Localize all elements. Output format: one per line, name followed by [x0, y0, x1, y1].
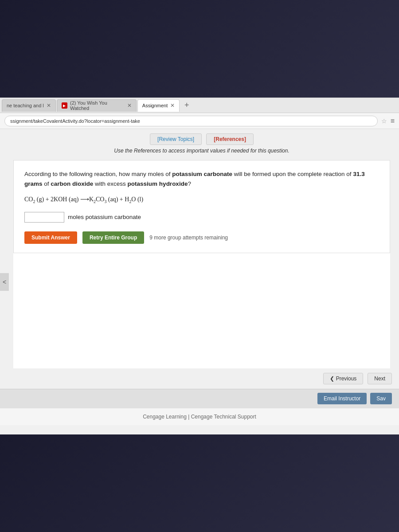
retry-group-button[interactable]: Retry Entire Group: [82, 231, 144, 244]
chemical-equation: CO2 (g) + 2KOH (aq) ⟶K2CO3 (aq) + H2O (l…: [24, 196, 379, 204]
save-button[interactable]: Sav: [370, 393, 392, 404]
review-topics-button[interactable]: [Review Topics]: [150, 133, 202, 145]
menu-icon[interactable]: ≡: [391, 117, 395, 125]
tab-youtube[interactable]: ▶ (2) You Wish You Watched ✕: [57, 99, 137, 112]
instructions-text: Use the References to access important v…: [13, 148, 390, 154]
references-button[interactable]: [References]: [206, 133, 254, 145]
answer-label: moles potassium carbonate: [68, 214, 141, 220]
new-tab-button[interactable]: +: [180, 99, 193, 112]
browser-window: ne teaching and l ✕ ▶ (2) You Wish You W…: [0, 98, 399, 434]
desktop-background-bottom: [0, 434, 399, 532]
sidebar-toggle-button[interactable]: <: [0, 273, 9, 291]
empty-space: [13, 253, 390, 368]
address-input[interactable]: ssignment/takeCovalentActivity.do?locato…: [4, 116, 378, 126]
submit-answer-button[interactable]: Submit Answer: [24, 231, 77, 244]
attempts-remaining-text: 9 more group attempts remaining: [149, 235, 228, 241]
main-content-area: [Review Topics] [References] Use the Ref…: [13, 129, 390, 368]
cengage-footer: Cengage Learning | Cengage Technical Sup…: [0, 408, 399, 425]
toolbar-row: [Review Topics] [References]: [13, 129, 390, 148]
left-arrow-icon: <: [3, 278, 6, 286]
tab-assignment-label: Assignment: [142, 103, 168, 108]
previous-button[interactable]: Previous: [323, 373, 363, 384]
tab-teaching-close[interactable]: ✕: [47, 103, 51, 108]
desktop-background-top: [0, 0, 399, 98]
tab-youtube-close[interactable]: ✕: [127, 103, 132, 108]
tab-assignment[interactable]: Assignment ✕: [137, 99, 180, 112]
answer-input[interactable]: [24, 212, 64, 223]
footer-actions: Email Instructor Sav: [0, 389, 399, 408]
address-text: ssignment/takeCovalentActivity.do?locato…: [10, 118, 140, 124]
browser-content: < [Review Topics] [References] Use the R…: [0, 129, 399, 434]
bookmark-icon[interactable]: ☆: [381, 117, 387, 125]
question-text: According to the following reaction, how…: [24, 169, 379, 188]
tab-teaching[interactable]: ne teaching and l ✕: [2, 99, 56, 112]
tab-youtube-label: (2) You Wish You Watched: [70, 100, 125, 111]
question-card: According to the following reaction, how…: [13, 160, 390, 253]
action-buttons-row: Submit Answer Retry Entire Group 9 more …: [24, 231, 379, 244]
pagination-nav: Previous Next: [0, 368, 399, 389]
tab-teaching-label: ne teaching and l: [7, 103, 44, 108]
browser-tabs: ne teaching and l ✕ ▶ (2) You Wish You W…: [0, 98, 399, 113]
email-instructor-button[interactable]: Email Instructor: [317, 393, 367, 404]
address-bar: ssignment/takeCovalentActivity.do?locato…: [0, 113, 399, 129]
cengage-footer-text: Cengage Learning | Cengage Technical Sup…: [143, 414, 256, 420]
youtube-icon: ▶: [62, 102, 67, 109]
answer-row: moles potassium carbonate: [24, 212, 379, 223]
next-button[interactable]: Next: [368, 373, 392, 384]
tab-assignment-close[interactable]: ✕: [170, 103, 175, 108]
